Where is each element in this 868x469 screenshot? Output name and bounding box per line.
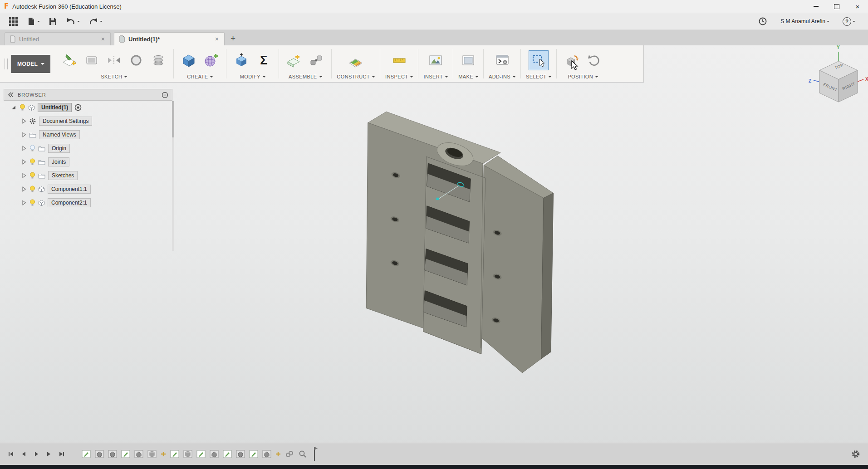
- timeline-feature-sketch-icon[interactable]: [170, 449, 179, 459]
- timeline-feature-extrude-icon[interactable]: [210, 449, 219, 459]
- browser-row-document-settings[interactable]: Document Settings: [4, 114, 172, 128]
- expand-arrow-icon[interactable]: [22, 200, 26, 205]
- play-button[interactable]: [33, 450, 40, 458]
- tab-untitled-1[interactable]: Untitled(1)* ×: [114, 32, 225, 45]
- revert-position-icon[interactable]: [584, 50, 604, 70]
- insert-image-icon[interactable]: [426, 50, 446, 70]
- browser-root-label[interactable]: Untitled(1): [38, 103, 72, 112]
- select-icon[interactable]: [529, 50, 549, 70]
- maximize-button[interactable]: [826, 0, 847, 13]
- remove-panel-icon[interactable]: [162, 92, 168, 98]
- viewcube[interactable]: TOP FRONT RIGHT Y X Z: [808, 41, 868, 113]
- expand-arrow-icon[interactable]: [22, 146, 26, 151]
- assemble-menu-button[interactable]: ASSEMBLE: [284, 73, 326, 81]
- timeline-feature-link-icon[interactable]: [285, 449, 294, 459]
- browser-row-component2[interactable]: Component2:1: [4, 196, 172, 210]
- job-status-button[interactable]: [756, 15, 770, 28]
- browser-row-joints[interactable]: Joints: [4, 155, 172, 169]
- app-grid-button[interactable]: [6, 15, 20, 28]
- make-menu-button[interactable]: MAKE: [458, 73, 478, 81]
- expand-arrow-icon[interactable]: [22, 186, 26, 192]
- browser-row-root[interactable]: Untitled(1): [4, 101, 172, 114]
- joint-icon[interactable]: [306, 50, 326, 70]
- timeline-feature-new-component-icon[interactable]: [275, 449, 281, 459]
- capture-position-icon[interactable]: [562, 50, 582, 70]
- timeline-feature-extrude-icon[interactable]: [108, 449, 117, 459]
- make-icon[interactable]: [458, 50, 478, 70]
- undo-button[interactable]: [64, 15, 82, 27]
- expand-arrow-icon[interactable]: [22, 118, 26, 124]
- parameters-sigma-icon[interactable]: Σ: [254, 50, 274, 70]
- timeline-feature-extrude-icon[interactable]: [236, 449, 245, 459]
- tab-close-icon[interactable]: ×: [214, 36, 220, 42]
- browser-row-origin[interactable]: Origin: [4, 142, 172, 155]
- redo-button[interactable]: [86, 15, 105, 27]
- timeline-feature-new-component-icon[interactable]: [161, 449, 166, 459]
- timeline-feature-zoom-icon[interactable]: [298, 449, 307, 459]
- timeline-feature-sketch-icon[interactable]: [223, 449, 232, 459]
- timeline-feature-sketch-icon[interactable]: [82, 449, 91, 459]
- browser-item-label[interactable]: Component1:1: [48, 185, 91, 194]
- timeline-feature-cylinder-icon[interactable]: [183, 449, 192, 459]
- timeline-feature-sketch-icon[interactable]: [196, 449, 206, 459]
- browser-item-label[interactable]: Component2:1: [48, 198, 91, 207]
- new-tab-button[interactable]: +: [228, 34, 240, 45]
- lightbulb-off-icon[interactable]: [29, 145, 35, 152]
- go-to-start-button[interactable]: [7, 450, 15, 458]
- user-account-button[interactable]: S M Anamul Arefin: [778, 16, 832, 26]
- tab-untitled[interactable]: Untitled ×: [5, 32, 111, 45]
- browser-row-component1[interactable]: Component1:1: [4, 182, 172, 196]
- browser-scrollbar[interactable]: [172, 101, 174, 251]
- toolbar-grip[interactable]: [5, 59, 8, 69]
- add-ins-icon[interactable]: [492, 50, 512, 70]
- lightbulb-icon[interactable]: [29, 199, 35, 206]
- close-button[interactable]: ×: [847, 0, 868, 13]
- browser-item-label[interactable]: Sketches: [48, 171, 78, 180]
- inspect-menu-button[interactable]: INSPECT: [385, 73, 413, 81]
- timeline-settings-button[interactable]: [851, 449, 861, 459]
- insert-menu-button[interactable]: INSERT: [423, 73, 448, 81]
- save-button[interactable]: [46, 15, 59, 28]
- minimize-button[interactable]: [805, 0, 826, 13]
- activate-radio-icon[interactable]: [74, 104, 82, 111]
- lightbulb-icon[interactable]: [20, 104, 25, 111]
- measure-icon[interactable]: [389, 50, 409, 70]
- box-icon[interactable]: [179, 50, 199, 70]
- tab-close-icon[interactable]: ×: [100, 36, 106, 42]
- lightbulb-icon[interactable]: [29, 172, 35, 179]
- form-icon[interactable]: [201, 50, 221, 70]
- sketch-palette-icon[interactable]: [82, 50, 102, 70]
- browser-item-label[interactable]: Origin: [48, 144, 70, 153]
- mirror-icon[interactable]: [104, 50, 124, 70]
- modify-menu-button[interactable]: MODIFY: [231, 73, 274, 81]
- sketch-menu-button[interactable]: SKETCH: [59, 73, 168, 81]
- step-forward-button[interactable]: [45, 450, 53, 458]
- new-component-icon[interactable]: [284, 50, 304, 70]
- timeline-feature-sketch-icon[interactable]: [121, 449, 130, 459]
- timeline-feature-cylinder-icon[interactable]: [147, 449, 157, 459]
- addins-menu-button[interactable]: ADD-INS: [489, 73, 515, 81]
- select-menu-button[interactable]: SELECT: [526, 73, 551, 81]
- create-sketch-icon[interactable]: [59, 50, 79, 70]
- coil-icon[interactable]: [148, 50, 168, 70]
- position-menu-button[interactable]: POSITION: [562, 73, 604, 81]
- sketch-circle-icon[interactable]: [126, 50, 146, 70]
- browser-row-named-views[interactable]: Named Views: [4, 128, 172, 142]
- file-menu-button[interactable]: [25, 15, 42, 28]
- go-to-end-button[interactable]: [58, 450, 65, 458]
- browser-item-label[interactable]: Named Views: [39, 130, 80, 139]
- timeline-feature-extrude-icon[interactable]: [134, 449, 143, 459]
- create-menu-button[interactable]: CREATE: [179, 73, 221, 81]
- expanded-arrow-icon[interactable]: [11, 105, 16, 110]
- timeline-feature-extrude-icon[interactable]: [95, 449, 104, 459]
- timeline-feature-extrude-icon[interactable]: [262, 449, 271, 459]
- construct-plane-icon[interactable]: [346, 50, 366, 70]
- browser-item-label[interactable]: Joints: [48, 157, 69, 166]
- press-pull-icon[interactable]: [231, 50, 251, 70]
- browser-header[interactable]: BROWSER: [4, 89, 172, 101]
- step-back-button[interactable]: [20, 450, 27, 458]
- collapse-panel-icon[interactable]: [8, 92, 14, 98]
- help-button[interactable]: ?: [840, 15, 858, 28]
- 3d-viewport[interactable]: TOP FRONT RIGHT Y X Z BROWSER: [0, 45, 868, 465]
- construct-menu-button[interactable]: CONSTRUCT: [337, 73, 375, 81]
